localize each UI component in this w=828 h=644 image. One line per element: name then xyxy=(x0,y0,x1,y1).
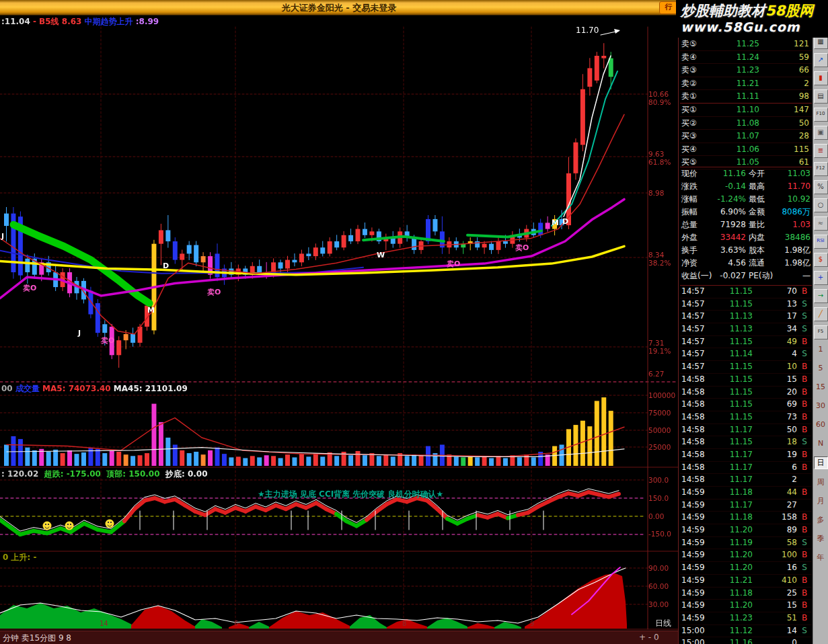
order-book-row[interactable]: 卖⑤11.25121 xyxy=(680,38,812,51)
order-book-row[interactable]: 卖③11.2366 xyxy=(680,64,812,77)
tick-row[interactable]: 14:5811.1515B xyxy=(680,374,812,387)
tick-cell: 14:58 xyxy=(681,374,705,386)
move-icon[interactable]: + xyxy=(814,271,828,285)
tick-row[interactable]: 14:5911.18158B xyxy=(680,512,812,524)
image-icon[interactable]: ▣ xyxy=(814,126,828,140)
quote-info-cell: -0.14 xyxy=(707,180,746,193)
tick-trade-list[interactable]: 14:5711.1570B14:5711.1513S14:5711.1317S1… xyxy=(680,285,812,644)
tick-row[interactable]: 14:5711.1317S xyxy=(680,311,812,323)
window-title: 光大证券金阳光 - 交易未登录 xyxy=(0,2,678,14)
quote-button[interactable]: 行 xyxy=(659,1,678,14)
status-left-text[interactable]: 分钟 卖15分图 9 8 xyxy=(3,633,71,644)
f10-icon[interactable]: F10 xyxy=(814,108,828,122)
period-button-多[interactable]: 多 xyxy=(815,514,827,526)
order-book-row[interactable]: 卖①11.1198 xyxy=(680,90,812,104)
tick-cell: 158 xyxy=(765,512,797,524)
period-button-周[interactable]: 周 xyxy=(815,477,827,488)
quote-info-cell: 3.63% xyxy=(707,244,746,257)
tick-cell: 11.15 xyxy=(719,374,753,386)
period-button-30[interactable]: 30 xyxy=(815,400,827,411)
chart-canvas[interactable] xyxy=(0,0,678,644)
percent-icon[interactable]: % xyxy=(814,180,828,194)
period-button-月[interactable]: 月 xyxy=(815,495,827,507)
period-button-1[interactable]: 1 xyxy=(815,344,827,355)
tick-row[interactable]: 14:5911.1825B xyxy=(680,588,812,600)
tick-row[interactable]: 14:5911.1727 xyxy=(680,499,812,512)
quote-info-row: 涨幅-1.24%最低10.92 xyxy=(680,193,812,206)
kline-icon[interactable]: ▮ xyxy=(814,71,828,85)
quote-info-cell: 换手 xyxy=(681,244,698,257)
period-button-N[interactable]: N xyxy=(815,438,827,449)
tick-cell: 14:58 xyxy=(681,387,705,399)
pen-icon[interactable]: ╱ xyxy=(814,307,828,321)
tick-cell: 11.18 xyxy=(719,512,753,524)
order-book-cell: 11.23 xyxy=(719,64,759,77)
tick-cell: 15:00 xyxy=(681,625,705,637)
tick-row[interactable]: 14:5911.2015B xyxy=(680,600,812,612)
tick-cell: 14:59 xyxy=(681,575,705,587)
tick-row[interactable]: 14:5911.2351B xyxy=(680,612,812,625)
order-book-cell: 66 xyxy=(769,64,809,77)
tick-row[interactable]: 14:5911.1844B xyxy=(680,487,812,499)
tick-row[interactable]: 14:5911.1958S xyxy=(680,537,812,550)
tick-row[interactable]: 14:5711.1510B xyxy=(680,361,812,374)
tick-row[interactable]: 14:5911.2016S xyxy=(680,562,812,575)
tick-cell: S xyxy=(800,537,809,549)
period-button-年[interactable]: 年 xyxy=(815,552,827,563)
tick-cell: 11.20 xyxy=(719,600,753,612)
tick-row[interactable]: 14:5811.1573B xyxy=(680,411,812,424)
tick-row[interactable]: 14:5811.1719B xyxy=(680,449,812,462)
money-icon[interactable]: $ xyxy=(814,253,828,267)
tick-row[interactable]: 14:5911.20100B xyxy=(680,549,812,562)
order-book-row[interactable]: 买②11.0850 xyxy=(680,117,812,130)
zoom-controls[interactable]: + - 0 xyxy=(639,633,659,642)
list-icon[interactable]: ≣ xyxy=(814,144,828,158)
period-button-5[interactable]: 5 xyxy=(815,362,827,374)
header-segment: 中期趋势上升 xyxy=(81,17,133,26)
tick-row[interactable]: 14:5911.21410B xyxy=(680,575,812,588)
period-daily-label[interactable]: 日线 xyxy=(655,618,671,629)
signal-marker: M xyxy=(552,218,559,227)
tick-row[interactable]: 14:5911.2089B xyxy=(680,524,812,537)
back-icon[interactable]: → xyxy=(814,289,828,303)
tick-row[interactable]: 14:5811.176B xyxy=(680,462,812,475)
f5-icon[interactable]: F5 xyxy=(814,325,828,339)
order-book-row[interactable]: 买③11.0728 xyxy=(680,130,812,143)
tick-row[interactable]: 14:5811.1518S xyxy=(680,436,812,449)
f12-icon[interactable]: F12 xyxy=(814,162,828,176)
period-button-60[interactable]: 60 xyxy=(815,419,827,430)
wave-icon[interactable]: ≈ xyxy=(814,216,828,231)
search-icon[interactable]: ○ xyxy=(814,198,828,212)
tick-row[interactable]: 14:5811.1569B xyxy=(680,399,812,411)
tick-row[interactable]: 15:0011.160 xyxy=(680,637,812,644)
period-button-日[interactable]: 日 xyxy=(814,456,828,469)
tick-row[interactable]: 14:5811.172 xyxy=(680,474,812,487)
quote-info-cell: PE(动) xyxy=(749,270,773,282)
tick-row[interactable]: 14:5711.1513S xyxy=(680,298,812,311)
tick-row[interactable]: 14:5711.144S xyxy=(680,348,812,361)
tick-row[interactable]: 14:5811.1520B xyxy=(680,387,812,399)
period-button-季[interactable]: 季 xyxy=(815,533,827,545)
tick-row[interactable]: 15:0011.1214S xyxy=(680,625,812,638)
order-book-row[interactable]: 买①11.10147 xyxy=(680,104,812,117)
tick-cell: 14:57 xyxy=(681,348,705,360)
header-segment: MA45: 21101.09 xyxy=(114,384,188,393)
trend-line-icon[interactable]: ↗ xyxy=(814,53,828,67)
status-bar: 分钟 卖15分图 9 8 + - 0 xyxy=(0,631,678,644)
period-button-15[interactable]: 15 xyxy=(815,381,827,393)
news-icon[interactable]: ▤ xyxy=(814,89,828,104)
order-book-row[interactable]: 卖④11.2459 xyxy=(680,51,812,65)
rsi-icon[interactable]: RSI xyxy=(814,235,828,249)
tick-row[interactable]: 14:5811.1750B xyxy=(680,424,812,437)
order-book-cell: 115 xyxy=(769,143,809,156)
order-book-row[interactable]: 卖②11.212 xyxy=(680,77,812,91)
tick-row[interactable]: 14:5711.1570B xyxy=(680,286,812,298)
order-book-row[interactable]: 买④11.06115 xyxy=(680,143,812,157)
tick-row[interactable]: 14:5711.1549B xyxy=(680,336,812,349)
tick-cell: B xyxy=(800,549,809,561)
tick-cell: S xyxy=(800,323,809,335)
tick-cell: 19 xyxy=(765,449,797,461)
signal-marker: J xyxy=(1,232,4,241)
tick-row[interactable]: 14:5711.1334S xyxy=(680,323,812,336)
header-segment: 成交量 xyxy=(15,384,42,393)
